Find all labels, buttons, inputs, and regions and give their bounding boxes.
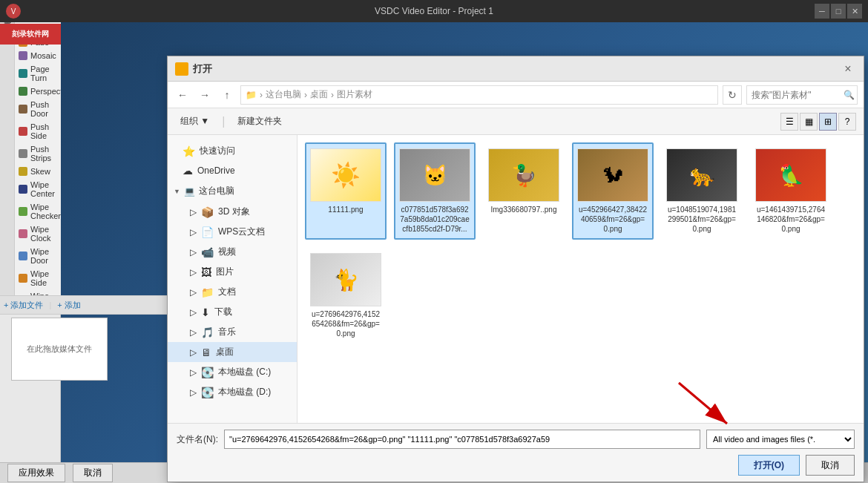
dialog-cancel-button[interactable]: 取消 bbox=[806, 455, 855, 476]
docs-arrow: ▷ bbox=[190, 287, 197, 298]
search-input[interactable] bbox=[746, 85, 858, 105]
filename-label: 文件名(N): bbox=[177, 433, 218, 446]
file-thumb-bird: 🦜 bbox=[755, 148, 826, 202]
nav-wps[interactable]: ▷ 📄 WPS云文档 bbox=[168, 222, 297, 242]
nav-3d-label: 3D 对象 bbox=[218, 206, 250, 218]
breadcrumb-part1: › bbox=[260, 90, 263, 100]
view-list-button[interactable]: ☰ bbox=[780, 113, 798, 131]
address-bar: ← → ↑ 📁 › 这台电脑 › 桌面 › 图片素材 ↻ 🔍 bbox=[168, 82, 864, 108]
onedrive-icon: ☁ bbox=[183, 165, 193, 177]
nav-music-label: 音乐 bbox=[218, 326, 236, 338]
file-name-cheetah: u=1048519074,1981299501&fm=26&gp=0.png bbox=[667, 205, 737, 234]
breadcrumb-folder: 图片素材 bbox=[337, 88, 372, 101]
view-detail-button[interactable]: ▦ bbox=[800, 113, 818, 131]
up-button[interactable]: ↑ bbox=[218, 86, 236, 104]
thispc-icon: 💻 bbox=[184, 186, 195, 197]
forward-button[interactable]: → bbox=[196, 86, 214, 104]
dialog-icon bbox=[175, 62, 188, 76]
nav-item-onedrive[interactable]: ☁ OneDrive bbox=[168, 161, 297, 180]
nav-wps-label: WPS云文档 bbox=[218, 226, 265, 238]
downloads-arrow: ▷ bbox=[190, 307, 197, 318]
breadcrumb-sep1: › bbox=[304, 90, 307, 100]
nav-item-quickaccess[interactable]: ⭐ 快速访问 bbox=[168, 141, 297, 161]
file-item-cheetah[interactable]: 🐆 u=1048519074,1981299501&fm=26&gp=0.png bbox=[661, 142, 743, 240]
3d-arrow: ▷ bbox=[190, 207, 197, 217]
nav-docs-label: 文档 bbox=[218, 286, 236, 298]
dialog-nav: ⭐ 快速访问 ☁ OneDrive ▼ 💻 这台电脑 ▷ 📦 3D 对象 bbox=[168, 135, 297, 423]
title-bar-left: V bbox=[6, 4, 21, 19]
file-thumb-duck: 🦆 bbox=[488, 148, 559, 202]
minimize-button[interactable]: ─ bbox=[815, 4, 829, 19]
file-name-bird: u=1461439715,2764146820&fm=26&gp=0.png bbox=[756, 205, 826, 234]
file-item-cat[interactable]: 🐱 c077851d578f3a6927a59b8da01c209caecfb1… bbox=[394, 142, 476, 240]
file-item-duck[interactable]: 🦆 Img336680797..png bbox=[483, 142, 565, 240]
refresh-button[interactable]: ↻ bbox=[723, 85, 742, 105]
wps-icon: 📄 bbox=[201, 226, 214, 238]
disk-c-arrow: ▷ bbox=[190, 367, 197, 378]
app-title: VSDC Video Editor - Project 1 bbox=[375, 6, 493, 16]
nav-disk-c[interactable]: ▷ 💽 本地磁盘 (C:) bbox=[168, 362, 297, 382]
maximize-button[interactable]: □ bbox=[831, 4, 846, 19]
back-button[interactable]: ← bbox=[174, 86, 191, 104]
disk-d-icon: 💽 bbox=[201, 387, 214, 398]
new-folder-button[interactable]: 新建文件夹 bbox=[232, 112, 287, 131]
search-wrap: 🔍 bbox=[746, 85, 858, 105]
nav-3d[interactable]: ▷ 📦 3D 对象 bbox=[168, 202, 297, 222]
video-icon: 📹 bbox=[201, 246, 214, 258]
open-button[interactable]: 打开(O) bbox=[738, 455, 800, 476]
nav-video-label: 视频 bbox=[218, 246, 236, 258]
nav-thispc-label: 这台电脑 bbox=[199, 185, 234, 197]
view-help-button[interactable]: ? bbox=[838, 113, 856, 131]
window-controls: ─ □ ✕ bbox=[815, 4, 862, 19]
nav-disk-d[interactable]: ▷ 💽 本地磁盘 (D:) bbox=[168, 382, 297, 402]
nav-quickaccess-label: 快速访问 bbox=[200, 145, 235, 157]
filename-row: 文件名(N): All video and images files (*. bbox=[177, 430, 855, 449]
nav-music[interactable]: ▷ 🎵 音乐 bbox=[168, 322, 297, 342]
nav-pictures[interactable]: ▷ 🖼 图片 bbox=[168, 262, 297, 282]
file-item-11111[interactable]: ☀️ 11111.png bbox=[305, 142, 387, 240]
dialog-overlay: 打开 × ← → ↑ 📁 › 这台电脑 › 桌面 › 图片素材 ↻ 🔍 bbox=[0, 22, 868, 483]
nav-thispc[interactable]: ▼ 💻 这台电脑 bbox=[168, 180, 297, 202]
desktop-arrow: ▷ bbox=[190, 347, 197, 358]
dialog-titlebar: 打开 × bbox=[168, 56, 864, 82]
breadcrumb[interactable]: 📁 › 这台电脑 › 桌面 › 图片素材 bbox=[240, 85, 718, 105]
organize-button[interactable]: 组织 ▼ bbox=[175, 112, 214, 131]
filetype-select[interactable]: All video and images files (*. bbox=[706, 430, 855, 449]
nav-disk-c-label: 本地磁盘 (C:) bbox=[218, 366, 271, 378]
downloads-icon: ⬇ bbox=[201, 306, 210, 318]
disk-c-icon: 💽 bbox=[201, 367, 214, 378]
dialog-close-button[interactable]: × bbox=[840, 61, 856, 77]
pictures-icon: 🖼 bbox=[201, 266, 211, 278]
file-name-duck: Img336680797..png bbox=[491, 205, 557, 214]
thispc-arrow: ▼ bbox=[174, 188, 180, 195]
desktop-icon: 🖥 bbox=[201, 346, 211, 358]
dialog-title: 打开 bbox=[193, 62, 212, 76]
view-buttons: ☰ ▦ ⊞ ? bbox=[780, 113, 856, 131]
file-item-bird[interactable]: 🦜 u=1461439715,2764146820&fm=26&gp=0.png bbox=[750, 142, 832, 240]
nav-docs[interactable]: ▷ 📁 文档 bbox=[168, 282, 297, 302]
dialog-bottom: 文件名(N): All video and images files (*. 打… bbox=[168, 423, 864, 482]
nav-onedrive-label: OneDrive bbox=[197, 165, 235, 176]
view-grid-button[interactable]: ⊞ bbox=[819, 113, 837, 131]
open-file-dialog: 打开 × ← → ↑ 📁 › 这台电脑 › 桌面 › 图片素材 ↻ 🔍 bbox=[167, 56, 864, 482]
nav-downloads[interactable]: ▷ ⬇ 下载 bbox=[168, 302, 297, 322]
breadcrumb-thispc: 这台电脑 bbox=[266, 88, 301, 101]
file-item-kitten[interactable]: 🐈 u=2769642976,4152654268&fm=26&gp=0.png bbox=[305, 247, 387, 344]
toolbar-row: 组织 ▼ | 新建文件夹 ☰ ▦ ⊞ ? bbox=[168, 108, 864, 135]
file-thumb-cat: 🐱 bbox=[399, 148, 470, 202]
breadcrumb-sep2: › bbox=[331, 90, 334, 100]
filename-input[interactable] bbox=[224, 430, 700, 449]
music-arrow: ▷ bbox=[190, 327, 197, 338]
nav-desktop-label: 桌面 bbox=[216, 346, 234, 358]
wps-arrow: ▷ bbox=[190, 227, 197, 237]
pictures-arrow: ▷ bbox=[190, 267, 197, 277]
nav-desktop[interactable]: ▷ 🖥 桌面 bbox=[168, 342, 297, 362]
close-button[interactable]: ✕ bbox=[847, 4, 862, 19]
nav-disk-d-label: 本地磁盘 (D:) bbox=[218, 386, 271, 398]
file-grid: ☀️ 11111.png 🐱 c077851d578f3a6927a59b8da… bbox=[297, 135, 864, 423]
nav-video[interactable]: ▷ 📹 视频 bbox=[168, 242, 297, 262]
3d-icon: 📦 bbox=[201, 206, 214, 218]
file-item-squirrel[interactable]: 🐿 u=452966427,3842240659&fm=26&gp=0.png bbox=[572, 142, 654, 240]
dialog-action-row: 打开(O) 取消 bbox=[177, 455, 855, 476]
quickaccess-icon: ⭐ bbox=[183, 145, 195, 157]
